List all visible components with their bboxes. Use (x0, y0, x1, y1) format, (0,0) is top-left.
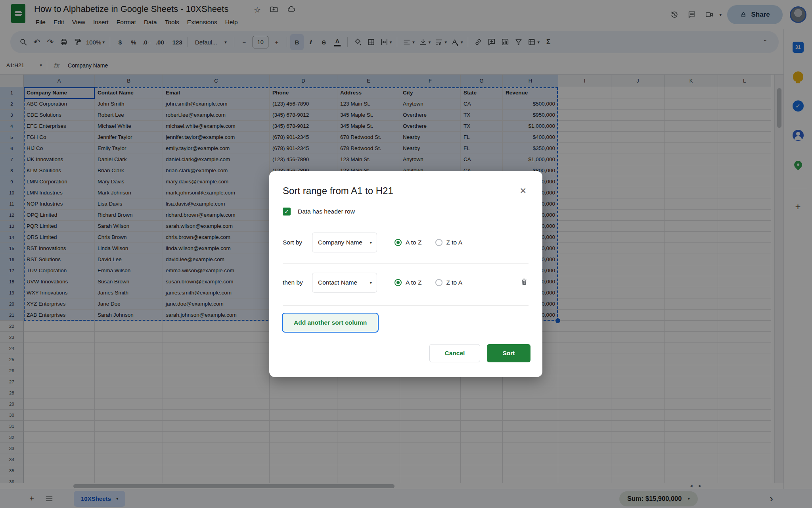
delete-sort-column-icon[interactable] (520, 277, 529, 288)
header-row-label: Data has header row (298, 208, 355, 215)
sort-column-1-select[interactable]: Company Name▾ (312, 233, 377, 252)
sort-button[interactable]: Sort (487, 344, 530, 362)
sort-by-label: Sort by (283, 239, 312, 246)
sort2-asc-radio[interactable]: A to Z (395, 279, 422, 286)
sort2-desc-radio[interactable]: Z to A (435, 279, 463, 286)
add-sort-column-button[interactable]: Add another sort column (282, 313, 379, 333)
header-row-checkbox[interactable]: ✓ (283, 208, 291, 216)
close-icon[interactable]: ✕ (519, 186, 527, 196)
sort-range-dialog: Sort range from A1 to H21 ✕ ✓ Data has h… (269, 171, 542, 377)
sheets-app: How to Alphabetize in Google Sheets - 10… (0, 0, 812, 508)
dialog-title: Sort range from A1 to H21 (283, 185, 393, 196)
then-by-label: then by (283, 279, 312, 286)
sort1-asc-radio[interactable]: A to Z (395, 239, 422, 246)
sort1-desc-radio[interactable]: Z to A (435, 239, 463, 246)
sort-column-2-select[interactable]: Contact Name▾ (312, 273, 377, 292)
cancel-button[interactable]: Cancel (429, 344, 480, 362)
